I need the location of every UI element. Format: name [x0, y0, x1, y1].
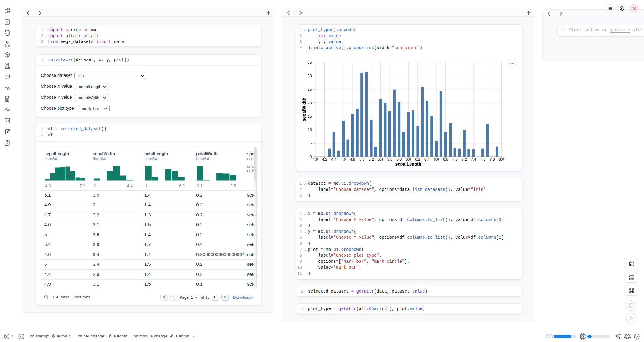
svg-text:6.6: 6.6: [434, 157, 439, 162]
svg-text:7.2: 7.2: [462, 157, 467, 162]
svg-text:35: 35: [308, 60, 312, 65]
svg-text:4.0: 4.0: [313, 157, 318, 162]
svg-text:5.4: 5.4: [378, 157, 383, 162]
svg-text:7.6: 7.6: [480, 157, 485, 162]
svg-text:5.6: 5.6: [387, 157, 392, 162]
svg-text:6.2: 6.2: [415, 157, 420, 162]
svg-text:30: 30: [308, 73, 312, 78]
svg-text:7.0: 7.0: [452, 157, 457, 162]
svg-text:0: 0: [310, 155, 312, 159]
svg-text:7.4: 7.4: [471, 157, 476, 162]
svg-text:20: 20: [308, 101, 312, 105]
svg-text:10: 10: [308, 127, 312, 132]
svg-text:25: 25: [308, 87, 312, 91]
svg-text:5.0: 5.0: [359, 157, 364, 162]
svg-text:15: 15: [308, 114, 312, 119]
svg-text:sepalLength: sepalLength: [395, 162, 421, 166]
svg-text:8.0: 8.0: [499, 157, 504, 162]
svg-text:6.8: 6.8: [443, 157, 448, 162]
svg-text:4.2: 4.2: [322, 157, 327, 162]
svg-text:4.8: 4.8: [350, 157, 355, 162]
svg-text:6.0: 6.0: [406, 157, 411, 162]
svg-text:5: 5: [310, 141, 312, 145]
svg-text:4.6: 4.6: [341, 157, 346, 162]
svg-text:6.4: 6.4: [424, 157, 430, 162]
svg-text:sepalWidth: sepalWidth: [302, 98, 306, 121]
svg-text:5.8: 5.8: [396, 157, 402, 162]
svg-text:7.8: 7.8: [489, 157, 495, 162]
svg-text:4.4: 4.4: [331, 157, 336, 162]
svg-text:5.2: 5.2: [369, 157, 374, 162]
